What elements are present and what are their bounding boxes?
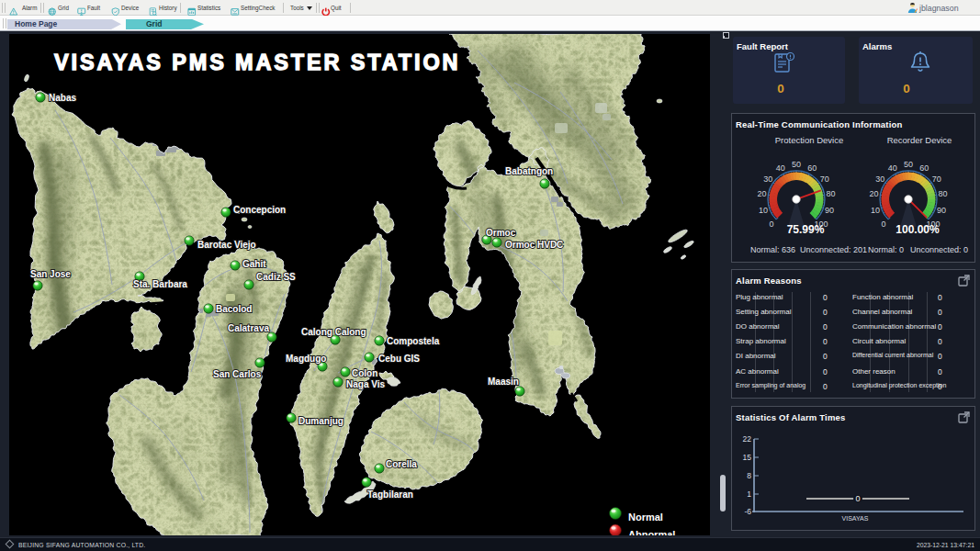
svg-text:-6: -6	[744, 507, 751, 516]
svg-text:Magdugo: Magdugo	[286, 354, 326, 364]
svg-text:Maasin: Maasin	[488, 377, 519, 387]
svg-text:30: 30	[875, 174, 884, 184]
svg-text:75.99%: 75.99%	[787, 223, 825, 236]
svg-text:Abnormal: Abnormal	[628, 529, 675, 536]
svg-text:90: 90	[825, 206, 834, 215]
svg-text:Corella: Corella	[386, 459, 417, 469]
svg-text:Cadiz SS: Cadiz SS	[256, 272, 296, 282]
svg-text:100.00%: 100.00%	[896, 223, 940, 236]
svg-text:40: 40	[776, 163, 785, 173]
svg-text:Bacolod: Bacolod	[216, 304, 252, 314]
svg-text:Sta. Barbara: Sta. Barbara	[133, 279, 187, 289]
svg-text:20: 20	[869, 189, 878, 198]
svg-text:VISAYAS PMS MASTER STATION: VISAYAS PMS MASTER STATION	[54, 51, 460, 74]
svg-text:80: 80	[938, 189, 947, 198]
svg-text:22: 22	[743, 434, 752, 444]
svg-text:60: 60	[807, 163, 817, 173]
svg-text:Babatngon: Babatngon	[505, 166, 553, 176]
svg-text:0: 0	[882, 219, 886, 229]
svg-text:Unconnected: 0: Unconnected: 0	[910, 245, 968, 254]
svg-text:Concepcion: Concepcion	[233, 205, 286, 215]
svg-text:Normal: 0: Normal: 0	[868, 245, 904, 254]
svg-text:15: 15	[743, 453, 752, 462]
svg-text:Naga Vis: Naga Vis	[346, 379, 385, 389]
svg-text:Nabas: Nabas	[49, 93, 76, 103]
svg-text:10: 10	[871, 206, 880, 215]
svg-text:Protection Device: Protection Device	[775, 135, 843, 145]
svg-text:Normal: Normal	[628, 512, 663, 523]
svg-text:Unconnected: 201: Unconnected: 201	[800, 245, 867, 254]
svg-text:30: 30	[763, 174, 772, 184]
svg-text:Normal: 636: Normal: 636	[750, 245, 795, 254]
svg-text:Tagbilaran: Tagbilaran	[367, 489, 413, 500]
svg-text:50: 50	[792, 160, 801, 169]
svg-text:Colon: Colon	[352, 368, 377, 378]
svg-text:Calatrava: Calatrava	[228, 323, 269, 333]
svg-text:60: 60	[919, 163, 929, 173]
svg-text:Barotac Viejo: Barotac Viejo	[197, 240, 256, 250]
svg-text:10: 10	[759, 206, 768, 215]
svg-text:70: 70	[932, 174, 941, 184]
svg-text:Calong Calong: Calong Calong	[301, 327, 366, 337]
svg-text:Gahit: Gahit	[242, 259, 266, 269]
svg-text:VISAYAS: VISAYAS	[842, 515, 869, 522]
svg-text:20: 20	[757, 189, 766, 198]
svg-text:Recorder Device: Recorder Device	[887, 135, 952, 145]
svg-text:San Jose: San Jose	[30, 269, 71, 279]
svg-text:50: 50	[904, 160, 913, 169]
svg-text:90: 90	[937, 206, 946, 215]
svg-text:Ormoc: Ormoc	[486, 228, 516, 238]
svg-text:1: 1	[747, 489, 751, 499]
svg-text:0: 0	[770, 219, 774, 229]
svg-text:70: 70	[820, 174, 829, 184]
svg-text:Cebu GIS: Cebu GIS	[378, 354, 420, 364]
svg-text:San Carlos: San Carlos	[213, 369, 262, 379]
svg-text:Compostela: Compostela	[387, 336, 440, 346]
svg-text:0: 0	[855, 494, 860, 503]
svg-text:8: 8	[747, 471, 751, 480]
svg-text:Dumanjug: Dumanjug	[299, 416, 344, 426]
svg-text:Ormoc HVDC: Ormoc HVDC	[505, 240, 563, 250]
svg-text:80: 80	[826, 189, 835, 198]
svg-text:40: 40	[888, 163, 897, 173]
